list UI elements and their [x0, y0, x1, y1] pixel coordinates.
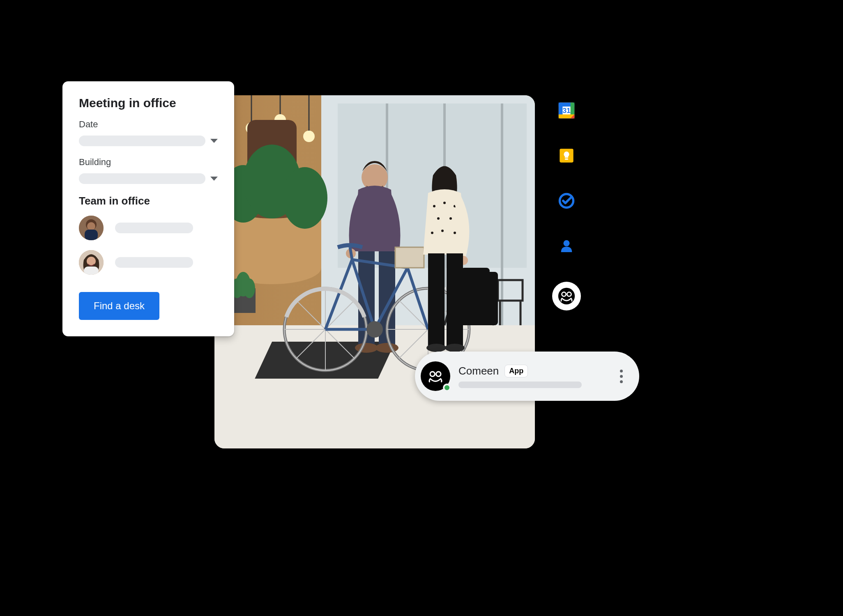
svg-rect-72	[85, 230, 98, 240]
google-keep-icon[interactable]	[557, 146, 576, 165]
presence-online-indicator	[443, 384, 451, 392]
svg-text:31: 31	[562, 106, 571, 115]
team-section-title: Team in office	[79, 195, 218, 207]
avatar	[79, 250, 104, 275]
svg-rect-68	[461, 268, 490, 274]
building-select[interactable]	[79, 173, 218, 184]
svg-line-50	[350, 247, 352, 260]
chevron-down-icon	[210, 177, 218, 181]
chat-body: Comeen App	[458, 365, 606, 388]
svg-rect-51	[395, 247, 424, 268]
svg-rect-84	[565, 159, 568, 160]
comeen-addon-icon[interactable]	[552, 282, 581, 310]
chevron-down-icon	[210, 139, 218, 143]
svg-point-52	[366, 321, 383, 338]
app-badge: App	[504, 365, 528, 377]
svg-point-61	[431, 232, 433, 234]
svg-point-54	[433, 205, 435, 207]
svg-point-57	[437, 217, 440, 220]
svg-point-13	[303, 131, 315, 142]
svg-point-90	[430, 372, 435, 376]
google-contacts-icon[interactable]	[557, 237, 576, 255]
comeen-chat-pill[interactable]: Comeen App	[415, 352, 639, 401]
team-member-name-placeholder	[115, 257, 193, 268]
svg-point-66	[445, 344, 465, 352]
team-member-row	[79, 250, 218, 275]
date-select[interactable]	[79, 136, 218, 146]
chat-message-placeholder	[458, 382, 582, 388]
svg-point-65	[426, 344, 446, 352]
svg-point-60	[454, 232, 456, 234]
svg-point-91	[436, 372, 441, 376]
avatar	[79, 216, 104, 240]
chat-app-name: Comeen	[458, 365, 499, 377]
team-member-row	[79, 216, 218, 240]
card-title: Meeting in office	[79, 96, 218, 110]
find-a-desk-button[interactable]: Find a desk	[79, 292, 159, 320]
svg-point-55	[443, 202, 446, 204]
building-label: Building	[79, 157, 218, 168]
svg-rect-67	[453, 272, 498, 325]
more-options-icon[interactable]	[614, 370, 629, 383]
right-addon-sidebar: 31	[552, 101, 581, 310]
svg-point-24	[244, 278, 255, 298]
date-label: Date	[79, 119, 218, 130]
comeen-avatar	[421, 361, 450, 391]
date-value-placeholder	[79, 136, 205, 146]
google-tasks-icon[interactable]	[557, 191, 576, 210]
svg-point-86	[564, 240, 570, 246]
svg-rect-63	[428, 253, 445, 346]
svg-point-58	[449, 217, 452, 220]
svg-rect-75	[84, 267, 99, 275]
svg-point-59	[441, 230, 444, 232]
svg-point-87	[558, 288, 575, 304]
team-member-name-placeholder	[115, 223, 193, 233]
svg-point-71	[87, 222, 95, 230]
svg-point-20	[282, 167, 327, 229]
meeting-in-office-card: Meeting in office Date Building Team in …	[62, 81, 234, 336]
building-value-placeholder	[79, 173, 205, 184]
google-calendar-icon[interactable]: 31	[557, 101, 576, 120]
